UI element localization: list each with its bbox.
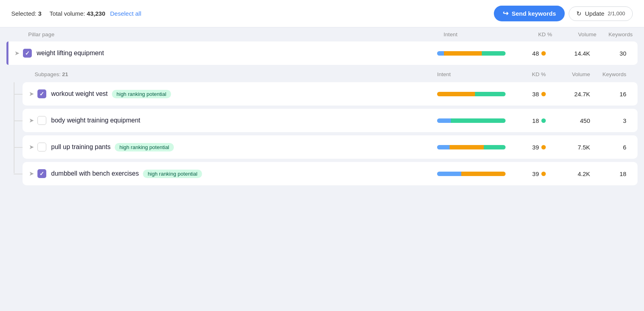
subrow-intent-4: [437, 172, 510, 176]
subrow-label-text-1: workout weight vest: [51, 90, 108, 97]
col-header-intent: Intent: [444, 31, 516, 37]
intent-bar-1: [437, 92, 506, 96]
intent-seg-blue: [437, 118, 451, 123]
subrow-checkbox-4[interactable]: ✓: [37, 169, 46, 178]
pillar-kd-cell: 48: [510, 50, 546, 57]
subrow-checkbox-1[interactable]: ✓: [37, 89, 46, 98]
subrow-checkbox-3[interactable]: [37, 143, 46, 151]
intent-seg-blue: [437, 145, 450, 149]
top-bar: Selected: 3 Total volume: 43,230 Deselec…: [0, 0, 644, 27]
kd-dot-2: [541, 118, 546, 123]
connector-h: [14, 147, 23, 148]
intent-seg-blue: [437, 172, 461, 176]
subrow-intent-3: [437, 145, 510, 149]
subrow-label-3: pull up training pants high ranking pote…: [51, 143, 437, 151]
selected-count: 3: [38, 10, 41, 17]
subpages-header: Subpages: 21 Intent KD % Volume Keywords: [6, 66, 638, 82]
intent-seg-orange: [450, 145, 484, 149]
pillar-expand-button[interactable]: ➤: [11, 50, 23, 57]
col-header-kd: KD %: [516, 31, 552, 37]
table-row: ➤ body weight training equipment 18 450 …: [23, 109, 638, 132]
pillar-row: ➤ ✓ weight lifting equipment 48 14.4K 30: [6, 41, 638, 65]
pillar-checkbox[interactable]: ✓: [23, 49, 32, 58]
refresh-icon: ↻: [576, 10, 582, 17]
subrow-expand-button-4[interactable]: ➤: [26, 170, 37, 177]
intent-seg-green: [451, 118, 506, 123]
subpages-volume-header: Volume: [546, 71, 590, 77]
table-row: ➤ ✓ dumbbell with bench exercises high r…: [23, 162, 638, 185]
subpages-count-label: Subpages: 21: [35, 71, 437, 77]
kd-value-1: 38: [532, 91, 539, 97]
pillar-row-wrapper: ➤ ✓ weight lifting equipment 48 14.4K 30: [6, 41, 638, 65]
subpages-kd-header: KD %: [510, 71, 546, 77]
total-volume-value: 43,230: [87, 10, 105, 17]
col-header-pillar: Pillar page: [28, 31, 444, 37]
subrow-intent-1: [437, 92, 510, 96]
col-header-volume: Volume: [552, 31, 597, 37]
high-ranking-badge-3: high ranking potential: [115, 143, 174, 151]
sub-connector-line: [14, 82, 14, 173]
subrow-volume-3: 7.5K: [546, 144, 590, 151]
checkmark-icon: ✓: [25, 50, 30, 56]
subrow-checkbox-2[interactable]: [37, 116, 46, 125]
subrow-label-1: workout weight vest high ranking potenti…: [51, 90, 437, 98]
subpages-section: Subpages: 21 Intent KD % Volume Keywords…: [6, 66, 638, 185]
kd-dot-3: [541, 145, 546, 149]
intent-seg-green: [475, 92, 506, 96]
top-bar-actions: ↪ Send keywords ↻ Update 2/1,000: [494, 6, 633, 21]
connector-h: [14, 94, 23, 95]
checkmark-icon: ✓: [39, 171, 44, 176]
subrow-keywords-2: 3: [590, 117, 626, 124]
intent-seg-orange: [461, 172, 506, 176]
intent-seg-orange: [437, 92, 475, 96]
subpages-keywords-header: Keywords: [590, 71, 626, 77]
col-header-keywords: Keywords: [597, 31, 633, 37]
subrow-keywords-1: 16: [590, 91, 626, 97]
kd-value-2: 18: [532, 117, 539, 124]
pillar-accent-bar: [6, 41, 8, 65]
subrow-kd-2: 18: [510, 117, 546, 124]
subrow-expand-button-2[interactable]: ➤: [26, 117, 37, 124]
update-button[interactable]: ↻ Update 2/1,000: [569, 6, 633, 21]
subrow-kd-4: 39: [510, 170, 546, 177]
column-headers: Pillar page Intent KD % Volume Keywords: [0, 27, 644, 41]
high-ranking-badge-4: high ranking potential: [143, 170, 202, 178]
pillar-keywords-cell: 30: [590, 50, 626, 57]
pillar-label: weight lifting equipment: [37, 50, 437, 57]
kd-value-4: 39: [532, 170, 539, 177]
main-table: Pillar page Intent KD % Volume Keywords …: [0, 27, 644, 195]
intent-seg-orange: [444, 51, 482, 56]
intent-bar-3: [437, 145, 506, 149]
update-count: 2/1,000: [608, 10, 625, 17]
subrow-label-text-4: dumbbell with bench exercises: [51, 170, 139, 177]
subrow-expand-button-3[interactable]: ➤: [26, 143, 37, 151]
kd-dot-1: [541, 92, 546, 96]
subrow-label-text-3: pull up training pants: [51, 143, 111, 151]
subrow-volume-2: 450: [546, 117, 590, 124]
subrow-expand-button-1[interactable]: ➤: [26, 90, 37, 97]
table-row: ➤ ✓ workout weight vest high ranking pot…: [23, 82, 638, 106]
kd-dot-4: [541, 172, 546, 176]
subrow-keywords-3: 6: [590, 144, 626, 151]
high-ranking-badge-1: high ranking potential: [112, 90, 171, 98]
total-volume-label: Total volume: 43,230: [50, 10, 105, 17]
intent-seg-green: [482, 51, 506, 56]
intent-bar-4: [437, 172, 506, 176]
pillar-kd-value: 48: [532, 50, 539, 57]
update-label: Update: [585, 10, 604, 17]
checkmark-icon: ✓: [39, 91, 44, 97]
table-row: ➤ pull up training pants high ranking po…: [23, 135, 638, 159]
pillar-kd-dot: [541, 51, 546, 56]
subpages-label: Subpages:: [35, 71, 61, 77]
pillar-volume-cell: 14.4K: [546, 50, 590, 57]
intent-seg-blue: [437, 51, 444, 56]
intent-seg-green: [484, 145, 506, 149]
subrow-label-4: dumbbell with bench exercises high ranki…: [51, 170, 437, 178]
deselect-all-link[interactable]: Deselect all: [110, 10, 142, 17]
send-keywords-button[interactable]: ↪ Send keywords: [494, 6, 565, 21]
pillar-intent-bar: [437, 51, 506, 56]
kd-value-3: 39: [532, 144, 539, 151]
subrow-intent-2: [437, 118, 510, 123]
pillar-intent-cell: [437, 51, 510, 56]
subrow-volume-4: 4.2K: [546, 170, 590, 177]
